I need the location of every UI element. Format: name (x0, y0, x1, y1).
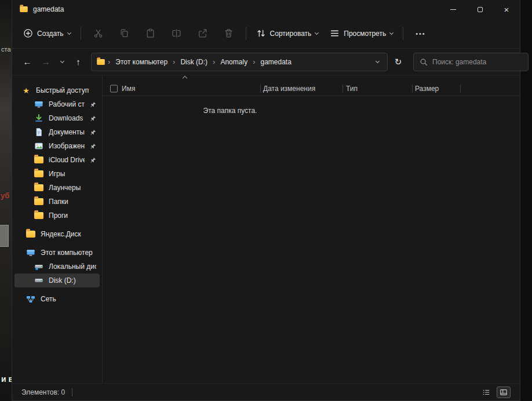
pin-icon (90, 157, 96, 163)
chevron-down-icon (315, 30, 319, 34)
empty-folder-message: Эта папка пуста. (103, 107, 358, 115)
drive-icon (34, 276, 43, 285)
background-box-fragment (0, 225, 9, 247)
sidebar-item-desktop[interactable]: Рабочий стол (14, 97, 100, 111)
more-button[interactable]: ••• (408, 25, 433, 42)
titlebar: gamedata × (12, 0, 520, 19)
new-label: Создать (37, 30, 64, 38)
chevron-down-icon (389, 30, 393, 34)
search-input[interactable] (432, 58, 522, 66)
delete-button[interactable] (216, 24, 241, 43)
chevron-down-icon (60, 59, 64, 63)
pin-icon (90, 129, 96, 136)
copy-button[interactable] (112, 24, 137, 43)
refresh-button[interactable]: ↻ (390, 54, 406, 70)
sidebar-item-downloads[interactable]: Downloads (14, 111, 100, 125)
sidebar-gap (12, 287, 102, 292)
breadcrumb-separator-icon: › (212, 57, 216, 66)
sort-ascending-icon (183, 76, 187, 81)
sidebar-item-games[interactable]: Игры (14, 167, 100, 181)
close-button[interactable]: × (493, 0, 520, 19)
column-divider[interactable] (460, 84, 461, 93)
breadcrumb-separator-icon: › (107, 57, 111, 66)
chevron-down-icon (67, 30, 71, 34)
chevron-down-icon (376, 59, 380, 63)
sidebar-item-documents[interactable]: Документы (14, 125, 100, 139)
sort-button[interactable]: Сортировать (251, 24, 324, 42)
details-view-icon (482, 388, 490, 396)
folder-icon (34, 156, 43, 163)
forward-button[interactable]: → (38, 54, 54, 70)
pin-icon (90, 115, 96, 122)
pin-icon (90, 101, 96, 108)
toolbar-separator (246, 27, 246, 40)
column-divider[interactable] (412, 84, 413, 93)
navigation-pane: ★ Быстрый доступ Рабочий стол Downloads (12, 75, 103, 383)
sidebar-item-local-disk-c[interactable]: Локальный диск (C:) (14, 260, 100, 274)
address-bar[interactable]: › Этот компьютер › Disk (D:) › Anomaly ›… (91, 53, 388, 71)
refresh-icon: ↻ (395, 57, 402, 67)
column-header-name[interactable]: Имя (122, 85, 135, 93)
sidebar-item-folders[interactable]: Папки (14, 195, 100, 209)
column-header-date-modified[interactable]: Дата изменения (263, 85, 315, 93)
column-header-size[interactable]: Размер (415, 85, 439, 93)
new-button[interactable]: Создать (18, 24, 76, 42)
desktop-icon (34, 100, 43, 109)
sidebar-item-network[interactable]: Сеть (14, 292, 100, 306)
recent-locations-button[interactable] (56, 54, 68, 70)
select-all-checkbox[interactable] (110, 85, 118, 92)
folder-icon (20, 6, 28, 12)
share-button[interactable] (190, 24, 215, 43)
folder-icon (97, 59, 105, 64)
rename-button[interactable] (164, 24, 189, 43)
column-divider[interactable] (260, 84, 261, 93)
thumbnails-view-button[interactable] (497, 387, 511, 398)
minimize-icon (450, 9, 456, 10)
maximize-icon (478, 7, 483, 12)
breadcrumb-anomaly[interactable]: Anomaly (217, 56, 250, 68)
more-icon: ••• (416, 30, 426, 37)
file-list-area: Имя Дата изменения Тип Размер Эта папка … (103, 75, 520, 383)
close-icon: × (504, 5, 509, 14)
sidebar-item-disk-d[interactable]: Disk (D:) (14, 274, 100, 287)
up-icon: ↑ (76, 57, 81, 67)
sidebar-item-pictures[interactable]: Изображения (14, 139, 100, 153)
cut-button[interactable] (86, 24, 111, 43)
breadcrumb-gamedata[interactable]: gamedata (257, 56, 294, 68)
forward-icon: → (42, 57, 50, 67)
sort-label: Сортировать (270, 30, 312, 38)
search-icon (420, 58, 428, 66)
sidebar-gap (12, 241, 102, 246)
sidebar-item-progs[interactable]: Проги (14, 209, 100, 223)
up-button[interactable]: ↑ (70, 54, 86, 70)
downloads-icon (34, 114, 43, 123)
details-view-button[interactable] (479, 387, 493, 398)
document-icon (34, 127, 43, 137)
maximize-button[interactable] (467, 0, 493, 19)
sidebar-item-launchers[interactable]: Лаунчеры (14, 181, 100, 195)
paste-button[interactable] (138, 24, 163, 43)
breadcrumb-this-pc[interactable]: Этот компьютер (112, 56, 170, 68)
breadcrumb-disk-d[interactable]: Disk (D:) (177, 56, 210, 68)
sidebar-item-this-pc[interactable]: Этот компьютер (14, 246, 100, 260)
this-pc-icon (26, 248, 35, 257)
toolbar-separator (403, 27, 403, 40)
back-button[interactable]: ← (19, 54, 35, 70)
sidebar-item-quick-access[interactable]: ★ Быстрый доступ (14, 83, 100, 97)
sidebar-item-yandex-disk[interactable]: Яндекс.Диск (14, 227, 100, 241)
address-row: ← → ↑ › Этот компьютер › Disk (D:) › Ano… (12, 49, 520, 75)
sort-icon (256, 28, 266, 38)
share-icon (198, 28, 207, 38)
minimize-button[interactable] (440, 0, 467, 19)
view-button[interactable]: Просмотреть (325, 24, 398, 42)
system-drive-icon (34, 262, 43, 271)
breadcrumb-separator-icon: › (172, 57, 176, 66)
column-divider[interactable] (342, 84, 343, 93)
address-dropdown-button[interactable] (373, 61, 382, 63)
trash-icon (224, 28, 234, 38)
items-count: Элементов: 0 (21, 388, 65, 396)
sidebar-item-icloud-drive[interactable]: iCloud Drive (14, 153, 100, 167)
background-text-fragment: ста (1, 46, 11, 53)
column-header-type[interactable]: Тип (346, 85, 358, 93)
folder-icon (34, 170, 43, 177)
